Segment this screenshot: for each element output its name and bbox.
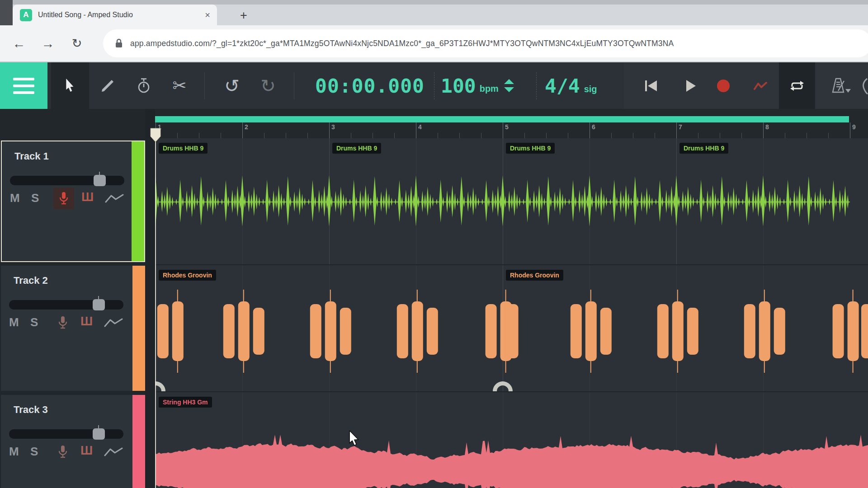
cursor-tool-icon — [64, 79, 76, 93]
mute-button[interactable]: M — [10, 191, 20, 205]
daw-toolbar: ✂ ↺ ↻ 00:00.000 100 bpm 4/4 sig — [0, 62, 868, 109]
track-name[interactable]: Track 1 — [14, 150, 49, 162]
microphone-icon — [58, 445, 68, 459]
volume-knob[interactable] — [93, 299, 105, 310]
track-header-3[interactable]: Track 3 M S Ш — [1, 395, 145, 488]
mute-button[interactable]: M — [9, 315, 19, 329]
partial-right-icon[interactable] — [860, 77, 868, 97]
automation-icon — [754, 81, 767, 90]
lock-icon — [115, 38, 123, 48]
bpm-stepper[interactable] — [504, 79, 514, 92]
bpm-increase-icon[interactable] — [504, 79, 514, 84]
redo-button[interactable]: ↻ — [255, 62, 281, 109]
bar-number: 9 — [852, 123, 856, 131]
hamburger-icon — [13, 78, 34, 80]
url-text: app.ampedstudio.com/?_gl=1*zkt20c*_ga*MT… — [130, 39, 674, 48]
loop-region-bar[interactable] — [155, 116, 849, 122]
play-icon — [685, 80, 696, 92]
browser-tab-strip: A Untitled Song - Amped Studio × + — [0, 0, 868, 25]
automation-lane-icon[interactable] — [104, 446, 123, 458]
track-lane-3[interactable]: String HH3 Gm — [155, 392, 868, 488]
pencil-tool-button[interactable] — [95, 62, 120, 109]
clip-label[interactable]: Drums HHB 9 — [332, 143, 381, 154]
rhodes-waveform — [155, 265, 868, 391]
clip-label[interactable]: Drums HHB 9 — [506, 143, 555, 154]
bpm-unit-label: bpm — [480, 84, 499, 94]
tempo-control[interactable]: 100 bpm — [441, 62, 531, 109]
playhead-marker[interactable] — [150, 128, 161, 142]
select-tool-button[interactable] — [51, 62, 89, 109]
record-arm-button[interactable] — [53, 188, 74, 209]
mute-button[interactable]: M — [9, 445, 19, 459]
play-button[interactable] — [675, 62, 707, 109]
new-tab-button[interactable]: + — [237, 9, 250, 23]
loop-button[interactable] — [779, 62, 815, 109]
back-icon[interactable]: ← — [9, 33, 29, 53]
volume-knob[interactable] — [93, 428, 105, 440]
automation-lane-icon[interactable] — [105, 193, 124, 205]
clip-label[interactable]: String HH3 Gm — [159, 397, 212, 408]
reload-icon[interactable]: ↻ — [67, 33, 87, 53]
forward-icon[interactable]: → — [38, 33, 58, 53]
bpm-value[interactable]: 100 — [441, 75, 476, 97]
clip-label[interactable]: Drums HHB 9 — [679, 143, 728, 154]
panel-gutter — [145, 109, 155, 488]
drums-waveform — [155, 138, 868, 264]
signature-unit-label: sig — [584, 84, 597, 94]
scissors-tool-button[interactable]: ✂ — [166, 62, 193, 109]
stopwatch-tool-button[interactable] — [131, 62, 156, 109]
stopwatch-icon — [136, 78, 151, 94]
microphone-icon — [59, 192, 69, 205]
track-header-panel: Track 1 M S Ш — [0, 109, 155, 488]
signature-value[interactable]: 4/4 — [545, 75, 580, 97]
address-bar[interactable]: app.ampedstudio.com/?_gl=1*zkt20c*_ga*MT… — [103, 29, 868, 57]
timeline-ruler[interactable]: 1 2 3 4 5 6 7 8 9 — [155, 109, 868, 138]
pencil-icon — [100, 78, 115, 94]
clip-label[interactable]: Rhodes Groovin — [506, 270, 563, 281]
tab-close-icon[interactable]: × — [203, 10, 212, 20]
volume-slider[interactable] — [9, 429, 123, 439]
mouse-cursor — [348, 431, 360, 446]
track-header-1[interactable]: Track 1 M S Ш — [1, 141, 145, 262]
clip-label[interactable]: Drums HHB 9 — [159, 143, 208, 154]
time-signature-control[interactable]: 4/4 sig — [545, 62, 613, 109]
instrument-piano-icon[interactable]: Ш — [81, 190, 94, 204]
metronome-dropdown-icon — [845, 89, 851, 93]
record-arm-button[interactable] — [52, 312, 73, 333]
bpm-decrease-icon[interactable] — [504, 87, 514, 92]
window-edge — [0, 0, 13, 25]
tab-title: Untitled Song - Amped Studio — [38, 11, 133, 19]
instrument-piano-icon[interactable]: Ш — [80, 314, 93, 328]
toolbar-separator — [536, 72, 537, 99]
volume-knob[interactable] — [94, 175, 106, 186]
transport-section — [624, 62, 868, 109]
skip-to-start-button[interactable] — [635, 62, 667, 109]
window-top-edge — [13, 0, 868, 5]
volume-slider[interactable] — [9, 300, 123, 310]
main-menu-button[interactable] — [0, 62, 47, 109]
track-name[interactable]: Track 2 — [14, 275, 48, 286]
record-button[interactable] — [708, 62, 739, 109]
undo-button[interactable]: ↺ — [219, 62, 245, 109]
loop-icon — [788, 79, 806, 93]
solo-button[interactable]: S — [30, 445, 38, 459]
metronome-button[interactable] — [822, 62, 860, 109]
record-arm-button[interactable] — [52, 441, 73, 463]
amped-studio-favicon: A — [20, 9, 32, 21]
browser-tab[interactable]: A Untitled Song - Amped Studio × — [13, 5, 217, 25]
track-lane-2[interactable]: Rhodes Groovin Rhodes Groovin — [155, 265, 868, 391]
automation-lane-icon[interactable] — [104, 317, 123, 329]
track-header-2[interactable]: Track 2 M S Ш — [1, 266, 145, 391]
track-name[interactable]: Track 3 — [14, 404, 48, 416]
time-display[interactable]: 00:00.000 — [316, 62, 424, 109]
solo-button[interactable]: S — [30, 315, 38, 329]
volume-slider[interactable] — [10, 176, 124, 185]
playhead-line — [155, 138, 156, 488]
toolbar-separator — [434, 72, 434, 99]
clip-label[interactable]: Rhodes Groovin — [159, 270, 216, 281]
track-lane-1[interactable]: Drums HHB 9 Drums HHB 9 Drums HHB 9 Drum… — [155, 138, 868, 264]
solo-button[interactable]: S — [31, 191, 39, 205]
automation-button[interactable] — [745, 62, 776, 109]
instrument-piano-icon[interactable]: Ш — [80, 444, 93, 458]
bar-number: 2 — [245, 123, 248, 131]
